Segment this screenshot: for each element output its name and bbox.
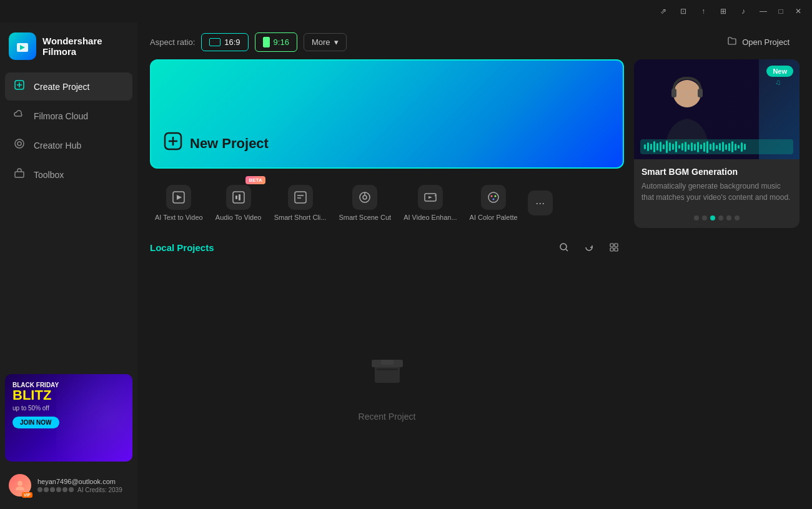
- product-name: Filmora: [42, 46, 102, 57]
- svg-rect-38: [377, 368, 398, 370]
- promo-join-button[interactable]: JOIN NOW: [12, 417, 59, 428]
- brand-name: Wondershare: [42, 36, 102, 46]
- section-header: Local Projects: [150, 237, 624, 257]
- more-aspect-button[interactable]: More ▾: [304, 33, 347, 51]
- promo-card-body: Smart BGM Generation Automatically gener…: [634, 159, 800, 210]
- sidebar-item-toolbox[interactable]: Toolbox: [5, 161, 132, 189]
- maximize-button[interactable]: □: [772, 2, 790, 20]
- wave-30: [735, 144, 736, 151]
- refresh-projects-button[interactable]: [579, 237, 599, 257]
- toolbox-icon: [12, 167, 26, 182]
- wave-22: [710, 144, 711, 150]
- svg-point-27: [495, 195, 497, 197]
- aspect-16-9-button[interactable]: 16:9: [201, 33, 248, 51]
- dot-6[interactable]: [735, 215, 740, 220]
- empty-state: Recent Project: [150, 267, 624, 497]
- aspect-9-16-label: 9:16: [274, 37, 289, 47]
- phone-icon: [263, 37, 270, 47]
- bookmark-icon[interactable]: ⊡: [675, 2, 692, 20]
- wave-6: [660, 142, 661, 152]
- svg-point-8: [17, 481, 22, 486]
- sidebar-bottom: BLACK FRIDAY BLITZ up to 50% off JOIN NO…: [0, 367, 137, 509]
- sidebar-item-creator-hub[interactable]: Creator Hub: [5, 131, 132, 159]
- share-icon[interactable]: ⇗: [655, 2, 672, 20]
- svg-rect-17: [295, 192, 306, 203]
- music-note-icon[interactable]: ♪: [735, 2, 752, 20]
- star-1: [37, 487, 42, 492]
- music-note-decoration-2: ♫: [775, 78, 781, 87]
- ai-video-enhan-label: AI Video Enhan...: [404, 214, 457, 221]
- beta-badge: BETA: [245, 176, 265, 184]
- feature-audio-to-video[interactable]: Audio To Video: [210, 179, 267, 227]
- logo-text: Wondershare Filmora: [42, 36, 102, 57]
- ai-video-enhan-icon: [418, 185, 443, 210]
- dot-2[interactable]: [702, 215, 707, 220]
- dot-4[interactable]: [718, 215, 723, 220]
- star-3: [50, 487, 55, 492]
- new-project-card[interactable]: New Project: [150, 59, 624, 169]
- ai-color-palette-label: AI Color Palette: [470, 214, 518, 221]
- title-bar: ⇗ ⊡ ↑ ⊞ ♪ — □ ✕: [0, 0, 812, 22]
- sidebar-item-create-project[interactable]: Create Project: [5, 72, 132, 101]
- promo-banner[interactable]: BLACK FRIDAY BLITZ up to 50% off JOIN NO…: [5, 374, 132, 462]
- svg-rect-7: [15, 172, 24, 177]
- cloud-upload-icon[interactable]: ↑: [695, 2, 712, 20]
- promo-card-description: Automatically generate background music …: [641, 180, 792, 203]
- dot-indicators: [634, 210, 800, 228]
- user-info: heyan7496@outlook.com AI Credits: 2039: [37, 478, 129, 493]
- svg-rect-37: [381, 360, 394, 365]
- minimize-button[interactable]: —: [755, 2, 772, 20]
- star-icons: [37, 487, 74, 492]
- audio-to-video-icon: [226, 185, 251, 210]
- promo-card-image: ♪ ♫: [634, 59, 800, 159]
- svg-marker-13: [177, 195, 182, 200]
- star-6: [69, 487, 74, 492]
- svg-point-26: [491, 195, 493, 197]
- feature-ai-text-to-video[interactable]: AI Text to Video: [150, 179, 208, 227]
- ai-text-to-video-label: AI Text to Video: [155, 214, 203, 221]
- svg-rect-16: [239, 194, 240, 200]
- left-panel: New Project AI Text t: [150, 59, 624, 497]
- audio-to-video-label: Audio To Video: [215, 214, 262, 221]
- wave-13: [681, 143, 683, 151]
- dot-5[interactable]: [726, 215, 731, 220]
- promo-title-line2: BLITZ: [12, 388, 125, 402]
- user-profile[interactable]: VIP heyan7496@outlook.com AI Cred: [5, 469, 132, 502]
- feature-ai-color-palette[interactable]: AI Color Palette: [465, 179, 523, 227]
- dot-3[interactable]: [710, 215, 715, 220]
- aspect-ratio-section: Aspect ratio: 16:9 9:16 More ▾: [150, 32, 347, 52]
- sidebar-nav: Create Project Filmora Cloud Creator: [0, 72, 137, 367]
- vip-badge: VIP: [22, 492, 32, 498]
- open-project-button[interactable]: Open Project: [717, 31, 800, 53]
- filmora-cloud-icon: [12, 109, 26, 123]
- grid-icon[interactable]: ⊞: [715, 2, 732, 20]
- dot-1[interactable]: [694, 215, 699, 220]
- feature-smart-short-cli[interactable]: Smart Short Cli...: [269, 179, 332, 227]
- app-body: Wondershare Filmora Create Project: [0, 22, 812, 509]
- monitor-icon: [209, 38, 220, 46]
- wave-2: [647, 142, 649, 151]
- feature-ai-video-enhan[interactable]: AI Video Enhan...: [399, 179, 462, 227]
- user-email: heyan7496@outlook.com: [37, 478, 129, 485]
- section-actions: [554, 237, 624, 257]
- svg-point-21: [363, 195, 367, 199]
- search-projects-button[interactable]: [554, 237, 574, 257]
- wave-27: [725, 144, 727, 150]
- top-icon-group: ⇗ ⊡ ↑ ⊞ ♪: [655, 2, 752, 20]
- close-button[interactable]: ✕: [790, 2, 807, 20]
- svg-marker-24: [428, 196, 432, 199]
- feature-smart-scene-cut[interactable]: Smart Scene Cut: [334, 179, 396, 227]
- wave-29: [731, 141, 733, 152]
- wave-31: [738, 145, 740, 149]
- aspect-ratio-label: Aspect ratio:: [150, 37, 195, 47]
- more-features-button[interactable]: ···: [528, 190, 553, 215]
- wave-11: [675, 141, 677, 152]
- grid-view-button[interactable]: [604, 237, 624, 257]
- sidebar-item-filmora-cloud[interactable]: Filmora Cloud: [5, 102, 132, 130]
- svg-rect-15: [235, 195, 237, 199]
- sidebar-label-filmora-cloud: Filmora Cloud: [34, 111, 88, 121]
- aspect-9-16-button[interactable]: 9:16: [255, 32, 297, 52]
- svg-rect-42: [698, 89, 703, 97]
- folder-icon: [727, 36, 737, 48]
- sidebar: Wondershare Filmora Create Project: [0, 22, 137, 509]
